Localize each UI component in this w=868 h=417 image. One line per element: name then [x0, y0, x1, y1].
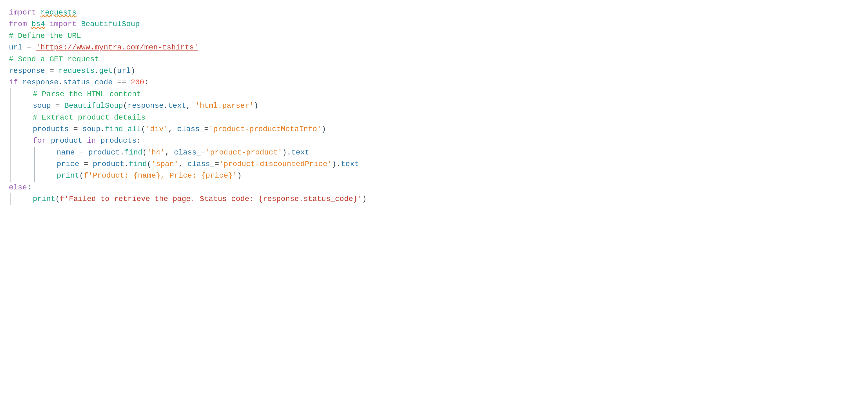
param-class-3: class_: [187, 158, 215, 170]
var-product-2: product: [88, 147, 120, 158]
string-class-product: 'product-product': [206, 147, 282, 158]
var-response-3: response: [127, 100, 163, 112]
string-h4: 'h4': [147, 147, 165, 158]
op-assign-8: =: [84, 158, 88, 170]
fstring-product: f'Product: {name}, Price: {price}': [84, 170, 237, 181]
num-200: 200: [131, 77, 144, 88]
module-requests: requests: [40, 7, 76, 18]
keyword-import2: import: [50, 18, 76, 30]
method-find-1: find: [124, 147, 142, 158]
var-price: price: [57, 158, 79, 170]
string-div: 'div': [146, 123, 168, 135]
var-products: products: [33, 123, 69, 135]
comment-get-request: # Send a GET request: [9, 54, 99, 65]
var-response-2: response: [22, 77, 58, 88]
code-line-7: if response.status_code == 200:: [9, 77, 859, 88]
class-beautifulsoup: BeautifulSoup: [81, 18, 140, 30]
attr-status-code: status_code: [63, 77, 113, 88]
fstring-failed: f'Failed to retrieve the page. Status co…: [60, 193, 362, 205]
keyword-import: import: [9, 7, 36, 18]
code-line-17: print(f'Failed to retrieve the page. Sta…: [11, 193, 859, 205]
param-class: class_: [177, 123, 204, 135]
code-line-9: soup = BeautifulSoup(response.text, 'htm…: [11, 100, 859, 112]
var-response: response: [9, 65, 45, 77]
code-line-10: # Extract product details: [11, 112, 859, 123]
comment-parse-html: # Parse the HTML content: [33, 88, 141, 100]
code-line-6: response = requests.get(url): [9, 65, 859, 77]
var-product: product: [51, 135, 83, 146]
code-line-1: import requests: [9, 7, 859, 18]
op-assign-6: =: [79, 147, 84, 158]
comment-extract-products: # Extract product details: [33, 112, 146, 123]
op-assign-9: =: [215, 158, 219, 170]
code-line-5: # Send a GET request: [9, 54, 859, 65]
string-url: 'https://www.myntra.com/men-tshirts': [36, 42, 198, 53]
code-line-4: url = 'https://www.myntra.com/men-tshirt…: [9, 42, 859, 53]
code-editor: import requests from bs4 import Beautifu…: [0, 0, 868, 417]
attr-text-3: text: [341, 158, 359, 170]
attr-text: text: [168, 100, 186, 112]
code-line-15: print(f'Product: {name}, Price: {price}'…: [35, 170, 859, 181]
string-class-meta: 'product-productMetaInfo': [209, 123, 321, 135]
keyword-if: if: [9, 77, 18, 88]
op-assign-7: =: [201, 147, 206, 158]
code-line-12: for product in products:: [11, 135, 859, 146]
code-line-14: price = product.find('span', class_='pro…: [35, 158, 859, 170]
var-product-3: product: [93, 158, 124, 170]
code-line-11: products = soup.find_all('div', class_='…: [11, 123, 859, 135]
var-soup: soup: [33, 100, 51, 112]
func-print-1: print: [57, 170, 79, 181]
op-assign-4: =: [73, 123, 78, 135]
op-assign-5: =: [204, 123, 209, 135]
code-line-3: # Define the URL: [9, 30, 859, 42]
op-eq: ==: [117, 77, 126, 88]
op-assign-3: =: [55, 100, 60, 112]
string-html-parser: 'html.parser': [195, 100, 254, 112]
arg-url: url: [117, 65, 130, 77]
op-assign-2: =: [50, 65, 54, 77]
var-soup-2: soup: [83, 123, 100, 135]
call-requests-get: requests: [59, 65, 94, 77]
keyword-else: else: [9, 182, 27, 193]
keyword-from: from: [9, 18, 27, 30]
code-line-16: else:: [9, 182, 859, 193]
keyword-in: in: [87, 135, 96, 146]
code-line-2: from bs4 import BeautifulSoup: [9, 18, 859, 30]
var-products-2: products: [100, 135, 136, 146]
var-url: url: [9, 42, 22, 53]
string-class-price: 'product-discountedPrice': [219, 158, 332, 170]
method-find-2: find: [129, 158, 147, 170]
var-name: name: [57, 147, 75, 158]
string-span: 'span': [151, 158, 179, 170]
module-bs4: bs4: [31, 18, 45, 30]
op-assign-1: =: [27, 42, 31, 53]
comment-define-url: # Define the URL: [9, 30, 81, 42]
attr-text-2: text: [291, 147, 309, 158]
param-class-2: class_: [174, 147, 201, 158]
code-line-8: # Parse the HTML content: [11, 88, 859, 100]
func-print-2: print: [33, 193, 55, 205]
method-find-all: find_all: [105, 123, 141, 135]
call-beautifulsoup: BeautifulSoup: [64, 100, 123, 112]
code-line-13: name = product.find('h4', class_='produc…: [35, 147, 859, 158]
method-get: get: [99, 65, 113, 77]
keyword-for: for: [33, 135, 46, 146]
